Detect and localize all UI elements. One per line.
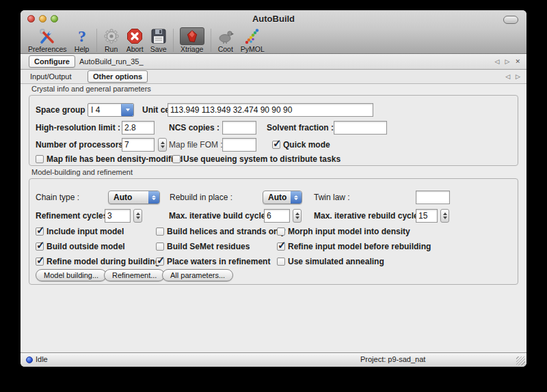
solvent-fraction-input[interactable]: [334, 121, 387, 135]
max-rebuild-cycles-stepper[interactable]: [440, 209, 449, 223]
high-resolution-limit-label: High-resolution limit :: [36, 122, 120, 133]
refine-during-building-checkbox[interactable]: [36, 257, 44, 266]
space-group-combo[interactable]: I 4: [88, 103, 134, 117]
tab-configure[interactable]: Configure: [29, 55, 75, 68]
toolbar-toggle-button[interactable]: [503, 16, 518, 24]
morph-input-model-checkbox[interactable]: [277, 227, 285, 236]
morph-input-model-label: Morph input model into density: [288, 226, 410, 237]
model-building-button[interactable]: Model building...: [36, 269, 107, 281]
tab-label: Other options: [93, 72, 142, 81]
simulated-annealing-checkbox[interactable]: [277, 257, 285, 266]
autobuild-window: AutoBuild Preferences ?: [21, 10, 526, 367]
tab-label: Input/Output: [30, 72, 72, 81]
window-titlebar[interactable]: AutoBuild: [21, 10, 526, 27]
all-parameters-button[interactable]: All parameters...: [162, 269, 233, 281]
crystal-section-title: Crystal info and general parameters: [31, 85, 151, 93]
stepper-up-icon: [443, 212, 447, 215]
build-semet-residues-checkbox[interactable]: [156, 242, 164, 251]
bird-icon: [217, 27, 234, 45]
tab-scroll-right-icon[interactable]: [505, 58, 510, 65]
max-build-cycles-label: Max. iterative build cycles :: [169, 210, 275, 221]
refinement-cycles-input[interactable]: [105, 209, 131, 223]
toolbar-button-run[interactable]: Run: [100, 27, 123, 53]
number-of-processors-stepper[interactable]: [158, 138, 167, 152]
include-input-model-label: Include input model: [46, 226, 124, 237]
toolbar-label: Coot: [218, 45, 233, 53]
options-tab-bar: Input/Output Other options: [21, 70, 526, 84]
tab-scroll-left-icon[interactable]: [505, 73, 510, 80]
high-resolution-limit-input[interactable]: [122, 121, 155, 135]
tab-close-icon[interactable]: [515, 58, 520, 65]
toolbar-button-coot[interactable]: Coot: [214, 27, 237, 53]
toolbar-button-help[interactable]: ? Help: [70, 27, 94, 53]
chain-type-popup[interactable]: Auto: [108, 191, 160, 204]
refine-during-building-label: Refine model during building: [46, 256, 160, 267]
rebuild-in-place-value: Auto: [263, 191, 291, 204]
tab-scroll-left-icon[interactable]: [495, 58, 500, 65]
density-modified-label: Map file has been density-modified: [46, 154, 183, 165]
tab-input-output[interactable]: Input/Output: [30, 72, 72, 81]
rebuild-in-place-label: Rebuild in place :: [170, 192, 232, 203]
refine-input-model-checkbox[interactable]: [277, 242, 285, 251]
build-semet-residues-label: Build SeMet residues: [167, 241, 250, 252]
stepper-down-icon: [161, 145, 165, 148]
max-build-cycles-stepper[interactable]: [293, 209, 302, 223]
toolbar-button-save[interactable]: Save: [147, 27, 170, 53]
max-rebuild-cycles-label: Max. iterative rebuild cycles :: [314, 210, 428, 221]
toolbar: Preferences ? Help: [21, 27, 526, 54]
simulated-annealing-label: Use simulated annealing: [288, 256, 384, 267]
tab-scroll-right-icon[interactable]: [516, 73, 520, 80]
ncs-copies-label: NCS copies :: [169, 122, 219, 133]
stop-x-icon: [126, 27, 143, 45]
map-file-fom-label: Map file FOM :: [169, 139, 223, 150]
toolbar-label: PyMOL: [241, 45, 265, 53]
include-input-model-checkbox[interactable]: [36, 227, 44, 236]
tab-autobuild-run-35[interactable]: AutoBuild_run_35_: [79, 57, 144, 66]
model-section-title: Model-building and refinement: [31, 168, 133, 176]
toolbar-button-preferences[interactable]: Preferences: [25, 27, 70, 53]
toolbar-button-pymol[interactable]: PyMOL: [237, 27, 268, 53]
density-modified-checkbox[interactable]: [36, 155, 44, 163]
build-outside-model-checkbox[interactable]: [36, 242, 44, 251]
refinement-cycles-stepper[interactable]: [133, 209, 142, 223]
queueing-checkbox[interactable]: [172, 155, 181, 163]
max-build-cycles-input[interactable]: [264, 209, 290, 223]
map-file-fom-input[interactable]: [222, 138, 256, 152]
refinement-cycles-label: Refinement cycles :: [36, 210, 113, 221]
stepper-up-icon: [161, 141, 165, 144]
ncs-copies-input[interactable]: [222, 121, 256, 135]
toolbar-separator: [173, 29, 174, 52]
floppy-disk-icon: [150, 27, 167, 45]
toolbar-label: Run: [105, 45, 118, 53]
other-options-panel: Crystal info and general parameters Spac…: [21, 84, 526, 352]
quick-mode-checkbox[interactable]: [272, 141, 280, 149]
tools-icon: [39, 27, 55, 45]
stepper-down-icon: [295, 216, 299, 219]
question-mark-icon: ?: [74, 27, 90, 45]
place-waters-checkbox[interactable]: [156, 257, 164, 266]
run-tab-bar: Configure AutoBuild_run_35_: [21, 54, 526, 70]
gear-icon: [103, 27, 120, 45]
toolbar-label: Preferences: [28, 45, 67, 53]
popup-arrows-icon: [291, 191, 302, 204]
chevron-down-icon[interactable]: [121, 104, 133, 116]
unit-cell-input[interactable]: [168, 103, 373, 117]
tab-other-options[interactable]: Other options: [88, 70, 148, 83]
chain-type-label: Chain type :: [36, 192, 79, 203]
build-helices-strands-checkbox[interactable]: [156, 227, 164, 236]
stepper-up-icon: [136, 212, 140, 215]
crystal-icon-tile: [180, 27, 204, 45]
molecule-dots-icon: [244, 27, 261, 45]
number-of-processors-input[interactable]: [122, 138, 155, 152]
solvent-fraction-label: Solvent fraction :: [267, 122, 334, 133]
max-rebuild-cycles-input[interactable]: [416, 209, 438, 223]
rebuild-in-place-popup[interactable]: Auto: [263, 191, 302, 204]
twin-law-input[interactable]: [416, 191, 450, 204]
toolbar-button-xtriage[interactable]: Xtriage: [176, 27, 208, 53]
resize-grip[interactable]: [516, 356, 525, 365]
toolbar-button-abort[interactable]: Abort: [123, 27, 147, 53]
build-helices-strands-label: Build helices and strands only: [167, 226, 285, 237]
refinement-button[interactable]: Refinement...: [104, 269, 165, 281]
queueing-label: Use queueing system to distribute tasks: [183, 154, 341, 165]
tab-label: AutoBuild_run_35_: [79, 57, 144, 66]
